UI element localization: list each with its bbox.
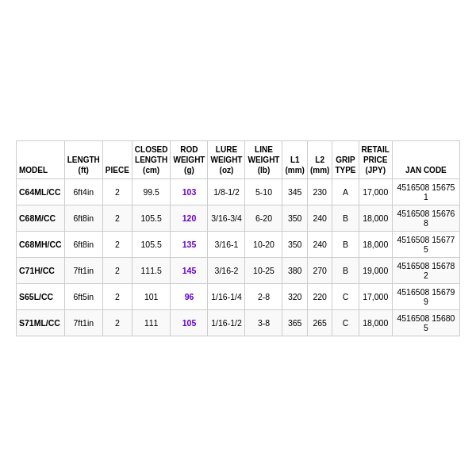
cell-jan-code: 4516508 15675 1	[392, 178, 459, 205]
spec-table-container: MODEL LENGTH(ft) PIECE CLOSEDLENGTH(cm) …	[16, 140, 460, 336]
cell-model: S65L/CC	[17, 283, 65, 309]
cell-piece: 2	[102, 257, 132, 283]
header-l2: L2(mm)	[307, 140, 332, 178]
cell-lure-weight: 3/16-2	[208, 257, 245, 283]
cell-jan-code: 4516508 15679 9	[392, 283, 459, 309]
cell-l1: 345	[282, 178, 307, 205]
cell-rod-weight: 135	[171, 231, 208, 257]
cell-closed-length: 105.5	[132, 231, 171, 257]
cell-closed-length: 101	[132, 283, 171, 309]
cell-grip: B	[332, 231, 359, 257]
cell-l1: 365	[282, 309, 307, 336]
cell-l2: 220	[307, 283, 332, 309]
cell-length: 6ft8in	[64, 205, 102, 231]
cell-l1: 350	[282, 205, 307, 231]
table-row: S65L/CC6ft5in2101961/16-1/42-8320220C17,…	[17, 283, 460, 309]
cell-rod-weight: 96	[171, 283, 208, 309]
header-model: MODEL	[17, 140, 65, 178]
spec-table: MODEL LENGTH(ft) PIECE CLOSEDLENGTH(cm) …	[16, 140, 460, 336]
header-grip: GRIPTYPE	[332, 140, 359, 178]
cell-retail-price: 18,000	[359, 231, 392, 257]
header-retail-price: RETAILPRICE(JPY)	[359, 140, 392, 178]
cell-jan-code: 4516508 15677 5	[392, 231, 459, 257]
cell-closed-length: 111.5	[132, 257, 171, 283]
cell-rod-weight: 145	[171, 257, 208, 283]
cell-length: 7ft1in	[64, 257, 102, 283]
header-line-weight: LINEWEIGHT(lb)	[245, 140, 282, 178]
cell-piece: 2	[102, 309, 132, 336]
cell-retail-price: 19,000	[359, 257, 392, 283]
cell-closed-length: 105.5	[132, 205, 171, 231]
table-body: C64ML/CC6ft4in299.51031/8-1/25-10345230A…	[17, 178, 460, 336]
cell-grip: B	[332, 205, 359, 231]
cell-line-weight: 10-20	[245, 231, 282, 257]
cell-retail-price: 17,000	[359, 178, 392, 205]
cell-rod-weight: 105	[171, 309, 208, 336]
cell-closed-length: 99.5	[132, 178, 171, 205]
cell-lure-weight: 3/16-3/4	[208, 205, 245, 231]
table-row: C68M/CC6ft8in2105.51203/16-3/46-20350240…	[17, 205, 460, 231]
cell-line-weight: 5-10	[245, 178, 282, 205]
cell-piece: 2	[102, 283, 132, 309]
table-row: C64ML/CC6ft4in299.51031/8-1/25-10345230A…	[17, 178, 460, 205]
cell-model: C64ML/CC	[17, 178, 65, 205]
cell-retail-price: 17,000	[359, 283, 392, 309]
cell-model: C71H/CC	[17, 257, 65, 283]
table-row: C71H/CC7ft1in2111.51453/16-210-25380270B…	[17, 257, 460, 283]
header-lure-weight: LUREWEIGHT(oz)	[208, 140, 245, 178]
cell-piece: 2	[102, 205, 132, 231]
cell-retail-price: 18,000	[359, 205, 392, 231]
cell-line-weight: 3-8	[245, 309, 282, 336]
header-piece: PIECE	[102, 140, 132, 178]
header-length: LENGTH(ft)	[64, 140, 102, 178]
cell-rod-weight: 120	[171, 205, 208, 231]
cell-jan-code: 4516508 15678 2	[392, 257, 459, 283]
cell-grip: A	[332, 178, 359, 205]
header-closed-length: CLOSEDLENGTH(cm)	[132, 140, 171, 178]
cell-jan-code: 4516508 15676 8	[392, 205, 459, 231]
cell-grip: C	[332, 283, 359, 309]
cell-grip: B	[332, 257, 359, 283]
cell-model: C68M/CC	[17, 205, 65, 231]
cell-line-weight: 6-20	[245, 205, 282, 231]
cell-lure-weight: 1/16-1/4	[208, 283, 245, 309]
cell-lure-weight: 1/8-1/2	[208, 178, 245, 205]
header-jan-code: JAN CODE	[392, 140, 459, 178]
cell-lure-weight: 3/16-1	[208, 231, 245, 257]
table-row: C68MH/CC6ft8in2105.51353/16-110-20350240…	[17, 231, 460, 257]
cell-piece: 2	[102, 231, 132, 257]
table-header-row: MODEL LENGTH(ft) PIECE CLOSEDLENGTH(cm) …	[17, 140, 460, 178]
header-rod-weight: RODWEIGHT(g)	[171, 140, 208, 178]
cell-l2: 240	[307, 231, 332, 257]
cell-retail-price: 18,000	[359, 309, 392, 336]
cell-length: 7ft1in	[64, 309, 102, 336]
cell-model: S71ML/CC	[17, 309, 65, 336]
cell-l2: 230	[307, 178, 332, 205]
cell-lure-weight: 1/16-1/2	[208, 309, 245, 336]
cell-closed-length: 111	[132, 309, 171, 336]
cell-model: C68MH/CC	[17, 231, 65, 257]
cell-l1: 350	[282, 231, 307, 257]
cell-piece: 2	[102, 178, 132, 205]
table-row: S71ML/CC7ft1in21111051/16-1/23-8365265C1…	[17, 309, 460, 336]
cell-l1: 320	[282, 283, 307, 309]
header-l1: L1(mm)	[282, 140, 307, 178]
cell-l2: 240	[307, 205, 332, 231]
cell-length: 6ft5in	[64, 283, 102, 309]
cell-length: 6ft8in	[64, 231, 102, 257]
cell-length: 6ft4in	[64, 178, 102, 205]
cell-grip: C	[332, 309, 359, 336]
cell-l1: 380	[282, 257, 307, 283]
cell-rod-weight: 103	[171, 178, 208, 205]
cell-line-weight: 10-25	[245, 257, 282, 283]
cell-l2: 270	[307, 257, 332, 283]
cell-line-weight: 2-8	[245, 283, 282, 309]
cell-l2: 265	[307, 309, 332, 336]
cell-jan-code: 4516508 15680 5	[392, 309, 459, 336]
